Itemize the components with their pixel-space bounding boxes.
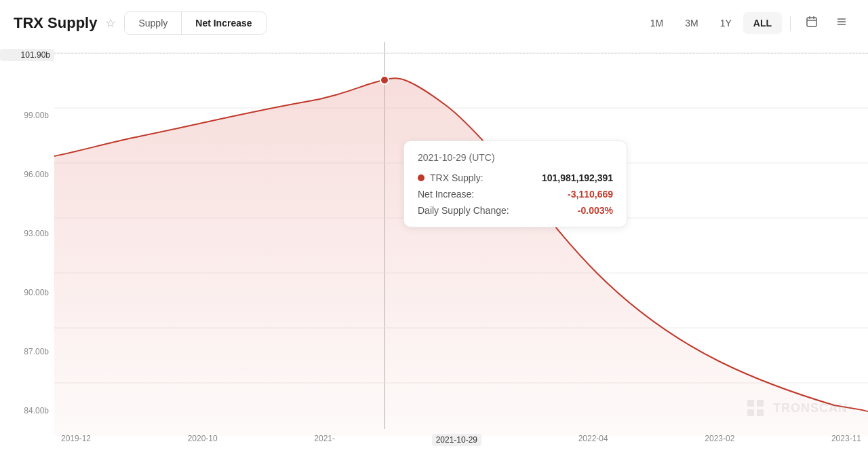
tooltip-label-net: Net Increase:: [418, 189, 474, 200]
header-right: 1M 3M 1Y ALL: [640, 11, 854, 35]
y-label-4: 90.00b: [0, 288, 54, 297]
svg-rect-22: [760, 413, 764, 416]
y-label-1: 99.00b: [0, 111, 54, 120]
svg-rect-18: [747, 409, 754, 416]
y-label-2: 96.00b: [0, 170, 54, 179]
menu-icon[interactable]: [829, 11, 854, 35]
y-label-5: 87.00b: [0, 347, 54, 356]
y-label-0: 101.90b: [0, 49, 54, 61]
tooltip-value-supply: 101,981,192,391: [542, 172, 613, 183]
svg-rect-16: [747, 400, 754, 407]
svg-rect-17: [757, 400, 764, 407]
tab-group: Supply Net Increase: [124, 12, 266, 35]
x-label-4: 2022-04: [578, 434, 608, 446]
x-axis: 2019-12 2020-10 2021- 2021-10-29 2022-04…: [54, 434, 868, 446]
svg-rect-21: [757, 413, 760, 416]
tooltip-label-supply: TRX Supply:: [418, 172, 484, 183]
chart-svg: [54, 42, 868, 436]
watermark-text: TRONSCAN: [773, 401, 848, 415]
tooltip-date: 2021-10-29 (UTC): [418, 152, 613, 163]
tab-net-increase[interactable]: Net Increase: [182, 12, 265, 34]
tooltip-row-0: TRX Supply: 101,981,192,391: [418, 172, 613, 183]
tooltip-row-2: Daily Supply Change: -0.003%: [418, 205, 613, 216]
x-label-1: 2020-10: [188, 434, 218, 446]
tooltip-row-1: Net Increase: -3,110,669: [418, 189, 613, 200]
header-left: TRX Supply ☆ Supply Net Increase: [14, 12, 267, 35]
svg-rect-0: [807, 18, 816, 26]
period-1m[interactable]: 1M: [640, 12, 673, 34]
svg-point-15: [380, 76, 389, 84]
y-label-6: 84.00b: [0, 406, 54, 415]
y-axis: 101.90b 99.00b 96.00b 93.00b 90.00b 87.0…: [0, 42, 54, 436]
tab-supply[interactable]: Supply: [125, 12, 182, 34]
tooltip-value-daily: -0.003%: [578, 205, 613, 216]
y-label-3: 93.00b: [0, 229, 54, 238]
x-label-0: 2019-12: [61, 434, 91, 446]
period-all[interactable]: ALL: [743, 12, 782, 34]
chart-area: 101.90b 99.00b 96.00b 93.00b 90.00b 87.0…: [0, 42, 868, 453]
supply-dot: [418, 174, 425, 181]
page-header: TRX Supply ☆ Supply Net Increase 1M 3M 1…: [0, 0, 868, 42]
calendar-icon[interactable]: [799, 11, 825, 35]
svg-rect-20: [760, 409, 764, 413]
tronscan-watermark: TRONSCAN: [745, 397, 848, 419]
period-1y[interactable]: 1Y: [710, 12, 742, 34]
favorite-icon[interactable]: ☆: [105, 16, 116, 31]
period-3m[interactable]: 3M: [675, 12, 708, 34]
x-label-5: 2023-02: [705, 434, 734, 446]
x-label-2: 2021-: [314, 434, 335, 446]
header-divider: [790, 16, 791, 31]
chart-tooltip: 2021-10-29 (UTC) TRX Supply: 101,981,192…: [403, 141, 627, 227]
tooltip-value-net: -3,110,669: [568, 189, 613, 200]
svg-rect-19: [757, 409, 760, 413]
period-group: 1M 3M 1Y ALL: [640, 12, 782, 34]
x-label-3: 2021-10-29: [432, 434, 481, 446]
page-title: TRX Supply: [14, 14, 97, 32]
x-label-6: 2023-11: [831, 434, 861, 446]
tooltip-label-daily: Daily Supply Change:: [418, 205, 509, 216]
